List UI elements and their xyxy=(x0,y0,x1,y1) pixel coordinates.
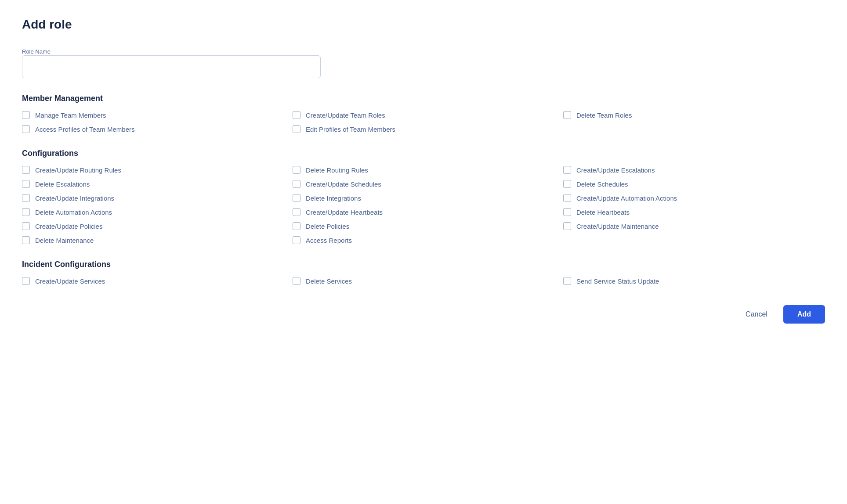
permission-item-create-update-automation-actions: Create/Update Automation Actions xyxy=(563,194,825,202)
checkbox-delete-schedules[interactable] xyxy=(563,180,571,188)
add-button[interactable]: Add xyxy=(783,305,825,324)
label-delete-automation-actions[interactable]: Delete Automation Actions xyxy=(35,209,112,216)
checkbox-delete-integrations[interactable] xyxy=(293,194,300,202)
permission-item-create-update-integrations: Create/Update Integrations xyxy=(22,194,284,202)
permissions-grid-incident-configurations: Create/Update ServicesDelete ServicesSen… xyxy=(22,277,825,285)
role-name-label: Role Name xyxy=(22,48,51,55)
checkbox-delete-policies[interactable] xyxy=(293,222,300,230)
label-delete-services[interactable]: Delete Services xyxy=(306,277,352,285)
label-create-update-team-roles[interactable]: Create/Update Team Roles xyxy=(306,112,385,119)
permission-item-manage-team-members: Manage Team Members xyxy=(22,111,284,119)
permission-item-delete-integrations: Delete Integrations xyxy=(293,194,554,202)
permission-item-delete-services: Delete Services xyxy=(293,277,554,285)
label-edit-profiles-team-members[interactable]: Edit Profiles of Team Members xyxy=(306,126,395,133)
label-delete-integrations[interactable]: Delete Integrations xyxy=(306,194,361,202)
permission-item-delete-maintenance: Delete Maintenance xyxy=(22,236,284,244)
checkbox-delete-team-roles[interactable] xyxy=(563,111,571,119)
checkbox-create-update-escalations[interactable] xyxy=(563,166,571,174)
label-manage-team-members[interactable]: Manage Team Members xyxy=(35,112,106,119)
section-member-management: Member ManagementManage Team MembersCrea… xyxy=(22,94,825,133)
permission-item-delete-schedules: Delete Schedules xyxy=(563,180,825,188)
label-access-reports[interactable]: Access Reports xyxy=(306,237,352,244)
checkbox-delete-escalations[interactable] xyxy=(22,180,30,188)
permissions-sections: Member ManagementManage Team MembersCrea… xyxy=(22,94,825,285)
permission-item-create-update-maintenance: Create/Update Maintenance xyxy=(563,222,825,230)
permissions-grid-member-management: Manage Team MembersCreate/Update Team Ro… xyxy=(22,111,825,133)
footer-actions: Cancel Add xyxy=(22,301,825,324)
checkbox-create-update-maintenance[interactable] xyxy=(563,222,571,230)
checkbox-delete-maintenance[interactable] xyxy=(22,236,30,244)
label-create-update-schedules[interactable]: Create/Update Schedules xyxy=(306,180,381,188)
permission-item-create-update-escalations: Create/Update Escalations xyxy=(563,166,825,174)
checkbox-create-update-policies[interactable] xyxy=(22,222,30,230)
permission-item-create-update-team-roles: Create/Update Team Roles xyxy=(293,111,554,119)
permission-item-create-update-policies: Create/Update Policies xyxy=(22,222,284,230)
checkbox-delete-services[interactable] xyxy=(293,277,300,285)
label-create-update-routing-rules[interactable]: Create/Update Routing Rules xyxy=(35,166,121,174)
label-create-update-integrations[interactable]: Create/Update Integrations xyxy=(35,194,114,202)
permission-item-edit-profiles-team-members: Edit Profiles of Team Members xyxy=(293,125,554,133)
checkbox-create-update-routing-rules[interactable] xyxy=(22,166,30,174)
permission-item-delete-escalations: Delete Escalations xyxy=(22,180,284,188)
checkbox-create-update-services[interactable] xyxy=(22,277,30,285)
checkbox-create-update-schedules[interactable] xyxy=(293,180,300,188)
label-delete-heartbeats[interactable]: Delete Heartbeats xyxy=(576,209,630,216)
label-create-update-services[interactable]: Create/Update Services xyxy=(35,277,105,285)
checkbox-create-update-heartbeats[interactable] xyxy=(293,208,300,216)
checkbox-create-update-automation-actions[interactable] xyxy=(563,194,571,202)
label-create-update-escalations[interactable]: Create/Update Escalations xyxy=(576,166,655,174)
checkbox-manage-team-members[interactable] xyxy=(22,111,30,119)
permission-item-delete-heartbeats: Delete Heartbeats xyxy=(563,208,825,216)
permission-item-delete-automation-actions: Delete Automation Actions xyxy=(22,208,284,216)
permission-item-create-update-heartbeats: Create/Update Heartbeats xyxy=(293,208,554,216)
label-delete-policies[interactable]: Delete Policies xyxy=(306,223,349,230)
checkbox-edit-profiles-team-members[interactable] xyxy=(293,125,300,133)
label-send-service-status-update[interactable]: Send Service Status Update xyxy=(576,277,659,285)
permission-item-delete-policies: Delete Policies xyxy=(293,222,554,230)
permission-item-access-reports: Access Reports xyxy=(293,236,554,244)
role-name-input[interactable] xyxy=(22,55,321,78)
permission-item-delete-team-roles: Delete Team Roles xyxy=(563,111,825,119)
section-incident-configurations: Incident ConfigurationsCreate/Update Ser… xyxy=(22,260,825,285)
cancel-button[interactable]: Cancel xyxy=(737,306,776,323)
label-delete-escalations[interactable]: Delete Escalations xyxy=(35,180,90,188)
label-create-update-policies[interactable]: Create/Update Policies xyxy=(35,223,102,230)
label-access-profiles-team-members[interactable]: Access Profiles of Team Members xyxy=(35,126,134,133)
checkbox-delete-automation-actions[interactable] xyxy=(22,208,30,216)
checkbox-send-service-status-update[interactable] xyxy=(563,277,571,285)
permission-item-send-service-status-update: Send Service Status Update xyxy=(563,277,825,285)
label-delete-team-roles[interactable]: Delete Team Roles xyxy=(576,112,632,119)
section-configurations: ConfigurationsCreate/Update Routing Rule… xyxy=(22,149,825,244)
section-title-configurations: Configurations xyxy=(22,149,825,158)
label-delete-schedules[interactable]: Delete Schedules xyxy=(576,180,628,188)
permissions-grid-configurations: Create/Update Routing RulesDelete Routin… xyxy=(22,166,825,244)
checkbox-access-reports[interactable] xyxy=(293,236,300,244)
label-delete-maintenance[interactable]: Delete Maintenance xyxy=(35,237,94,244)
checkbox-delete-routing-rules[interactable] xyxy=(293,166,300,174)
label-delete-routing-rules[interactable]: Delete Routing Rules xyxy=(306,166,368,174)
page-title: Add role xyxy=(22,18,825,32)
permission-item-access-profiles-team-members: Access Profiles of Team Members xyxy=(22,125,284,133)
checkbox-access-profiles-team-members[interactable] xyxy=(22,125,30,133)
checkbox-delete-heartbeats[interactable] xyxy=(563,208,571,216)
section-title-member-management: Member Management xyxy=(22,94,825,103)
section-title-incident-configurations: Incident Configurations xyxy=(22,260,825,269)
checkbox-create-update-team-roles[interactable] xyxy=(293,111,300,119)
permission-item-create-update-routing-rules: Create/Update Routing Rules xyxy=(22,166,284,174)
label-create-update-maintenance[interactable]: Create/Update Maintenance xyxy=(576,223,659,230)
label-create-update-heartbeats[interactable]: Create/Update Heartbeats xyxy=(306,209,383,216)
label-create-update-automation-actions[interactable]: Create/Update Automation Actions xyxy=(576,194,677,202)
permission-item-create-update-schedules: Create/Update Schedules xyxy=(293,180,554,188)
permission-item-delete-routing-rules: Delete Routing Rules xyxy=(293,166,554,174)
permission-item-create-update-services: Create/Update Services xyxy=(22,277,284,285)
checkbox-create-update-integrations[interactable] xyxy=(22,194,30,202)
